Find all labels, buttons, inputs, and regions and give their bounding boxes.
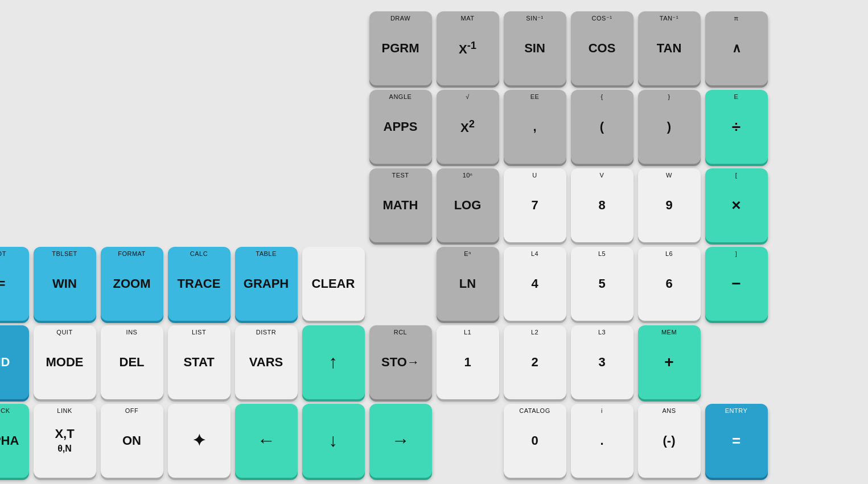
sub-sub-label: ] (705, 250, 768, 257)
vars-main-label: VARS (249, 355, 283, 369)
6-key[interactable]: L66 (638, 247, 701, 321)
alpha-main-label: ALPHA (0, 434, 19, 448)
enter-main-label: = (732, 433, 741, 449)
tan-key[interactable]: TAN⁻¹TAN (638, 11, 701, 85)
mul-key[interactable]: [× (705, 168, 768, 242)
div-key[interactable]: E÷ (705, 90, 768, 164)
bright-key[interactable]: ✦ (168, 404, 231, 478)
down-key[interactable]: ↓ (302, 404, 365, 478)
graph-key[interactable]: TABLEGRAPH (235, 247, 298, 321)
x2-sub-label: √ (437, 93, 499, 100)
8-key[interactable]: V8 (571, 168, 633, 242)
dot-main-label: . (600, 434, 603, 448)
xtn-key[interactable]: LINKX,Tθ,N (34, 404, 96, 478)
4-key[interactable]: L44 (504, 247, 566, 321)
mode-key[interactable]: QUITMODE (34, 325, 96, 399)
sto-key[interactable]: RCLSTO→ (369, 325, 432, 399)
4-main-label: 4 (531, 277, 538, 291)
1-key[interactable]: L11 (437, 325, 499, 399)
enter-key[interactable]: ENTRY= (705, 404, 768, 478)
trace-main-label: TRACE (178, 277, 221, 291)
comma-key[interactable]: EE, (504, 90, 566, 164)
9-key[interactable]: W9 (638, 168, 701, 242)
dot-key[interactable]: i. (571, 404, 633, 478)
pi-key[interactable]: π∧ (705, 11, 768, 85)
x-inv-key[interactable]: MATX-1 (437, 11, 499, 85)
sin-key[interactable]: SIN⁻¹SIN (504, 11, 566, 85)
apps-main-label: APPS (384, 120, 418, 134)
mode-sub-label: QUIT (34, 329, 96, 336)
sub-key[interactable]: ]− (705, 247, 768, 321)
stat-sub-label: LIST (168, 329, 231, 336)
catalog-sub-label: CATALOG (504, 407, 566, 414)
zoom-key[interactable]: FORMATZOOM (101, 247, 163, 321)
lparen-key[interactable]: {( (571, 90, 633, 164)
zoom-sub-label: FORMAT (101, 250, 163, 257)
neg-key[interactable]: ANS(-) (638, 404, 701, 478)
y=-sub-label: PLOT (0, 250, 29, 257)
pi-main-label: ∧ (732, 42, 741, 55)
dot-sub-label: i (571, 407, 633, 414)
math-sub-label: TEST (369, 172, 432, 179)
cos-main-label: COS (589, 42, 616, 55)
win-key[interactable]: TBLSETWIN (34, 247, 96, 321)
pgrm-main-label: PGRM (382, 42, 419, 55)
math-main-label: MATH (383, 198, 418, 212)
log-key[interactable]: 10ⁿLOG (437, 168, 499, 242)
6-sub-label: L6 (638, 250, 701, 257)
up-main-label: ↑ (329, 352, 338, 372)
8-main-label: 8 (598, 198, 605, 212)
5-key[interactable]: L55 (571, 247, 633, 321)
sto-sub-label: RCL (369, 329, 432, 336)
up-key[interactable]: ↑ (302, 325, 365, 399)
7-key[interactable]: U7 (504, 168, 566, 242)
7-sub-label: U (504, 172, 566, 179)
on-main-label: ON (122, 434, 141, 448)
sin-main-label: SIN (524, 42, 545, 55)
clear-main-label: CLEAR (312, 277, 355, 291)
calculator: DRAWPGRMMATX-1SIN⁻¹SINCOS⁻¹COSTAN⁻¹TANπ∧… (0, 0, 868, 484)
x2-main-label: X2 (460, 118, 475, 135)
catalog-main-label: 0 (531, 434, 538, 448)
math-key[interactable]: TESTMATH (369, 168, 432, 242)
neg-main-label: (-) (663, 434, 676, 448)
sto-main-label: STO→ (381, 355, 419, 369)
alpha-key[interactable]: A-LOCKALPHA (0, 404, 29, 478)
add-key[interactable]: MEM+ (638, 325, 701, 399)
x2-key[interactable]: √X2 (437, 90, 499, 164)
del-key[interactable]: INSDEL (101, 325, 163, 399)
trace-sub-label: CALC (168, 250, 231, 257)
ln-key[interactable]: EⁿLN (437, 247, 499, 321)
1-sub-label: L1 (437, 329, 499, 336)
left-key[interactable]: ← (235, 404, 298, 478)
right-key[interactable]: → (369, 404, 432, 478)
2-key[interactable]: L22 (504, 325, 566, 399)
lparen-main-label: ( (600, 120, 604, 134)
x-inv-main-label: X-1 (459, 40, 476, 57)
clear-key[interactable]: CLEAR (302, 247, 365, 321)
catalog-key[interactable]: CATALOG0 (504, 404, 566, 478)
apps-key[interactable]: ANGLEAPPS (369, 90, 432, 164)
sin-sub-label: SIN⁻¹ (504, 15, 566, 22)
on-key[interactable]: OFFON (101, 404, 163, 478)
9-main-label: 9 (665, 198, 672, 212)
2nd-key[interactable]: 2ND (0, 325, 29, 399)
7-main-label: 7 (531, 198, 538, 212)
down-main-label: ↓ (329, 431, 338, 450)
cos-sub-label: COS⁻¹ (571, 15, 633, 22)
pgrm-key[interactable]: DRAWPGRM (369, 11, 432, 85)
5-main-label: 5 (598, 277, 605, 291)
cos-key[interactable]: COS⁻¹COS (571, 11, 633, 85)
stat-key[interactable]: LISTSTAT (168, 325, 231, 399)
3-key[interactable]: L33 (571, 325, 633, 399)
win-main-label: WIN (52, 277, 77, 291)
y=-key[interactable]: PLOTY= (0, 247, 29, 321)
5-sub-label: L5 (571, 250, 633, 257)
mul-sub-label: [ (705, 172, 768, 179)
trace-key[interactable]: CALCTRACE (168, 247, 231, 321)
mode-main-label: MODE (46, 355, 84, 369)
rparen-key[interactable]: }) (638, 90, 701, 164)
2-main-label: 2 (531, 355, 538, 369)
bright-main-label: ✦ (192, 432, 205, 450)
vars-key[interactable]: DISTRVARS (235, 325, 298, 399)
